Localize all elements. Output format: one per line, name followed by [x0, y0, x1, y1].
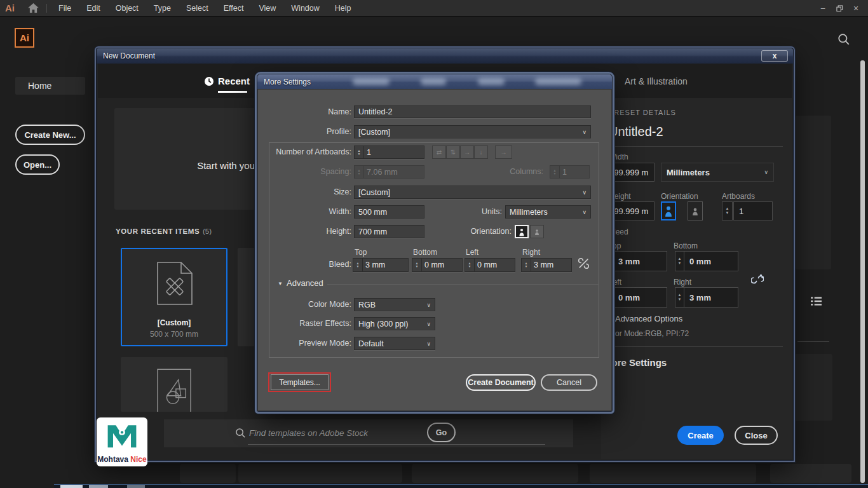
change-order-button[interactable]: →	[495, 146, 512, 159]
tab-recent[interactable]: Recent	[218, 76, 250, 86]
create-document-button[interactable]: Create Document	[466, 374, 536, 391]
name-input[interactable]: Untitled-2	[354, 105, 591, 118]
raster-effects-dropdown[interactable]: High (300 ppi) ∨	[354, 317, 435, 330]
restore-button[interactable]	[831, 3, 848, 14]
recent-items-count: (5)	[203, 227, 212, 235]
spacing-value: 7.06 mm	[367, 168, 398, 177]
columns-stepper: ▲▼	[550, 166, 560, 178]
menu-object[interactable]: Object	[108, 0, 146, 17]
go-button[interactable]: Go	[427, 423, 456, 442]
raster-effects-label: Raster Effects:	[257, 317, 351, 330]
profile-dropdown[interactable]: [Custom] ∨	[354, 125, 591, 139]
illustrator-app: { "app": { "menubar": { "logo": "Ai", "i…	[0, 0, 868, 488]
create-button[interactable]: Create	[677, 426, 724, 445]
bleed-right-stepper[interactable]: ▲▼	[675, 287, 684, 308]
home-icon[interactable]	[28, 3, 39, 15]
bleed-right-field[interactable]: 3 mm	[684, 287, 738, 308]
advanced-section-toggle[interactable]: Advanced	[287, 278, 323, 288]
bleed-top-field[interactable]: 3 mm	[613, 251, 667, 271]
background-card	[180, 464, 236, 483]
artboards-stepper[interactable]: ▲▼	[355, 146, 364, 158]
recent-item-card-selected[interactable]: [Custom] 500 x 700 mm	[121, 248, 227, 346]
stock-search-input[interactable]: Find templates on Adobe Stock	[249, 428, 368, 438]
menu-effect[interactable]: Effect	[216, 0, 252, 17]
bleed-right-label: Right	[674, 278, 691, 287]
grid-by-row-button[interactable]: ⇄	[432, 146, 446, 159]
columns-input: ▲▼ 1	[550, 165, 590, 179]
height-input[interactable]: 700 mm	[354, 225, 424, 238]
bleed-left-field[interactable]: 0 mm	[613, 287, 667, 308]
menu-select[interactable]: Select	[179, 0, 216, 17]
preset-name[interactable]: Untitled-2	[609, 125, 663, 139]
menu-file[interactable]: File	[51, 0, 79, 17]
broken-link-icon[interactable]	[751, 273, 764, 288]
size-dropdown[interactable]: [Custom] ∨	[354, 186, 591, 199]
app-search-icon[interactable]	[837, 33, 850, 48]
bleed-top-input[interactable]: ▲▼ 3 mm	[353, 258, 409, 272]
recent-item-card[interactable]	[121, 357, 227, 412]
taskbar-edge	[54, 484, 868, 488]
taskbar-item	[89, 485, 108, 488]
open-button[interactable]: Open...	[15, 154, 60, 175]
brand-accent: Nice	[130, 455, 146, 464]
create-new-button[interactable]: Create New...	[15, 125, 85, 145]
more-settings-link[interactable]: More Settings	[604, 357, 667, 368]
orientation-landscape-button[interactable]	[688, 201, 703, 220]
arrange-by-column-button[interactable]: ↓	[474, 146, 488, 159]
advanced-triangle-icon[interactable]: ▼	[278, 281, 283, 287]
minimize-button[interactable]: –	[815, 3, 831, 14]
sidebar-item-home[interactable]: Home	[15, 77, 85, 95]
menu-edit[interactable]: Edit	[79, 0, 108, 17]
close-document-button[interactable]: Close	[735, 426, 778, 445]
menu-type[interactable]: Type	[146, 0, 179, 17]
artboards-count-input[interactable]: ▲▼ 1	[354, 146, 424, 159]
menu-view[interactable]: View	[251, 0, 283, 17]
artboards-count-value: 1	[367, 148, 371, 157]
clock-icon	[204, 76, 214, 89]
units-dropdown[interactable]: Millimeters ∨	[661, 163, 774, 182]
raster-effects-value: High (300 ppi)	[358, 320, 409, 329]
stepper-down-icon[interactable]: ▼	[726, 211, 729, 215]
orientation-label: Orientation	[661, 192, 698, 201]
close-button[interactable]: ×	[848, 3, 864, 14]
artboards-stepper[interactable]: ▲ ▼	[722, 201, 733, 220]
preview-mode-label: Preview Mode:	[257, 337, 351, 350]
menubar-divider	[46, 4, 47, 13]
unlink-bleed-icon[interactable]	[578, 257, 590, 272]
blurred-tab-blob	[535, 78, 581, 85]
bleed-right-label: Right	[522, 248, 540, 257]
tab-art-illustration[interactable]: Art & Illustration	[625, 76, 688, 86]
bleed-left-input[interactable]: ▲▼ 0 mm	[465, 258, 515, 272]
columns-value: 1	[562, 168, 567, 177]
more-settings-titlebar[interactable]: More Settings	[257, 74, 612, 89]
templates-button[interactable]: Templates...	[271, 374, 329, 390]
bleed-bottom-input[interactable]: ▲▼ 0 mm	[412, 258, 463, 272]
list-view-icon[interactable]	[811, 297, 822, 308]
illustrator-logo: Ai	[5, 3, 15, 13]
units-dropdown[interactable]: Millimeters ∨	[505, 205, 591, 219]
orientation-landscape-button[interactable]	[530, 225, 544, 238]
orientation-portrait-button[interactable]	[661, 201, 676, 220]
new-document-titlebar[interactable]: New Document x	[97, 48, 793, 64]
orientation-portrait-button[interactable]	[515, 225, 529, 238]
preview-mode-dropdown[interactable]: Default ∨	[354, 337, 435, 350]
grid-by-column-button[interactable]: ⇅	[446, 146, 460, 159]
artboards-field[interactable]: 1	[733, 201, 773, 220]
color-mode-summary: Color Mode:RGB, PPI:72	[604, 329, 689, 338]
bleed-bottom-stepper[interactable]: ▲▼	[675, 251, 684, 271]
bleed-right-input[interactable]: ▲▼ 3 mm	[521, 258, 572, 272]
illustrator-app-icon: Ai	[15, 28, 34, 48]
color-mode-dropdown[interactable]: RGB ∨	[354, 298, 435, 311]
bleed-bottom-value: 0 mm	[689, 257, 711, 266]
artboards-value: 1	[739, 207, 743, 216]
scrollbar[interactable]	[860, 60, 865, 483]
arrange-by-row-button[interactable]: →	[460, 146, 474, 159]
advanced-options-toggle[interactable]: Advanced Options	[615, 314, 682, 323]
menu-window[interactable]: Window	[283, 0, 327, 17]
dialog-close-button[interactable]: x	[761, 50, 788, 62]
menu-help[interactable]: Help	[327, 0, 359, 17]
bleed-bottom-field[interactable]: 0 mm	[684, 251, 738, 271]
cancel-button[interactable]: Cancel	[541, 374, 597, 391]
stepper-up-icon[interactable]: ▲	[726, 207, 729, 211]
recent-item-name: [Custom]	[122, 318, 226, 327]
